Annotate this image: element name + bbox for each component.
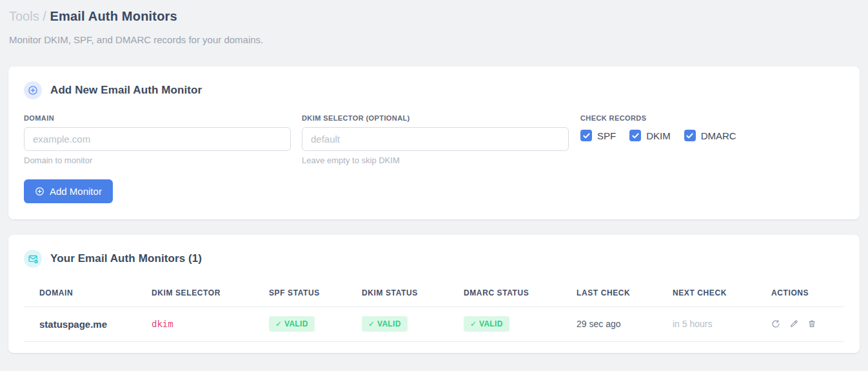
header-dkim-status: DKIM STATUS [346, 281, 448, 307]
check-records-group: CHECK RECORDS SPF DKIM [580, 114, 736, 165]
header-dkim-selector: DKIM SELECTOR [136, 281, 253, 307]
check-records-options: SPF DKIM DMARC [580, 130, 736, 141]
row-spf-status-cell: ✓ VALID [253, 307, 346, 342]
breadcrumb-tools-link[interactable]: Tools [9, 9, 39, 23]
domain-field-hint: Domain to monitor [24, 155, 291, 165]
monitors-table: DOMAIN DKIM SELECTOR SPF STATUS DKIM STA… [24, 281, 844, 342]
page-title: Email Auth Monitors [50, 9, 177, 23]
table-header-row: DOMAIN DKIM SELECTOR SPF STATUS DKIM STA… [24, 281, 844, 307]
dkim-selector-input[interactable] [302, 127, 569, 151]
checkbox-checked-icon [580, 130, 592, 141]
checkbox-spf-label: SPF [597, 130, 616, 141]
add-monitor-form: DOMAIN Domain to monitor DKIM SELECTOR (… [24, 114, 844, 165]
domain-field-label: DOMAIN [24, 114, 291, 122]
dkim-selector-field-label: DKIM SELECTOR (OPTIONAL) [302, 114, 569, 122]
add-monitor-card-title: Add New Email Auth Monitor [50, 84, 202, 97]
header-next-check: NEXT CHECK [657, 281, 756, 307]
header-last-check: LAST CHECK [561, 281, 657, 307]
check-records-label: CHECK RECORDS [580, 114, 736, 122]
monitors-list-card-title: Your Email Auth Monitors (1) [50, 252, 202, 265]
checkbox-checked-icon [684, 130, 696, 141]
checkbox-spf[interactable]: SPF [580, 130, 616, 141]
add-monitor-card: Add New Email Auth Monitor DOMAIN Domain… [8, 66, 860, 219]
checkbox-checked-icon [629, 130, 641, 141]
checkbox-dkim-label: DKIM [646, 130, 671, 141]
monitors-list-card-header: Your Email Auth Monitors (1) [24, 250, 844, 268]
table-row: statuspage.me dkim ✓ VALID ✓ VALID ✓ VAL… [24, 307, 844, 342]
row-dmarc-status-cell: ✓ VALID [448, 307, 561, 342]
header-spf-status: SPF STATUS [253, 281, 346, 307]
spf-status-badge: ✓ VALID [269, 316, 315, 332]
checkbox-dkim[interactable]: DKIM [629, 130, 671, 141]
edit-pencil-icon[interactable] [789, 319, 798, 328]
breadcrumb: Tools / Email Auth Monitors [8, 8, 860, 24]
row-domain: statuspage.me [24, 307, 136, 342]
row-dkim-selector: dkim [136, 307, 253, 342]
refresh-icon[interactable] [771, 319, 780, 328]
row-last-check: 29 sec ago [561, 307, 657, 342]
plus-circle-icon [35, 186, 44, 196]
dmarc-status-badge: ✓ VALID [464, 316, 509, 332]
page-subtitle: Monitor DKIM, SPF, and DMARC records for… [8, 34, 860, 45]
monitors-list-card: Your Email Auth Monitors (1) DOMAIN DKIM… [8, 235, 860, 353]
header-domain: DOMAIN [24, 281, 136, 307]
envelope-check-icon [24, 250, 42, 268]
row-actions [771, 319, 838, 328]
breadcrumb-separator: / [43, 9, 46, 23]
circle-plus-icon [24, 81, 42, 99]
dkim-selector-field-hint: Leave empty to skip DKIM [302, 155, 569, 165]
add-monitor-button[interactable]: Add Monitor [24, 179, 113, 203]
email-auth-monitors-page: Tools / Email Auth Monitors Monitor DKIM… [0, 0, 868, 361]
row-actions-cell [756, 307, 844, 342]
delete-trash-icon[interactable] [807, 319, 816, 328]
row-dkim-status-cell: ✓ VALID [346, 307, 448, 342]
header-actions: ACTIONS [756, 281, 844, 307]
checkbox-dmarc[interactable]: DMARC [684, 130, 736, 141]
checkbox-dmarc-label: DMARC [701, 130, 736, 141]
domain-field-group: DOMAIN Domain to monitor [24, 114, 291, 165]
add-monitor-card-header: Add New Email Auth Monitor [24, 81, 844, 99]
dkim-selector-field-group: DKIM SELECTOR (OPTIONAL) Leave empty to … [302, 114, 569, 165]
add-monitor-button-label: Add Monitor [50, 186, 102, 197]
dkim-status-badge: ✓ VALID [362, 316, 408, 332]
header-dmarc-status: DMARC STATUS [448, 281, 561, 307]
row-next-check: in 5 hours [657, 307, 756, 342]
domain-input[interactable] [24, 127, 291, 151]
